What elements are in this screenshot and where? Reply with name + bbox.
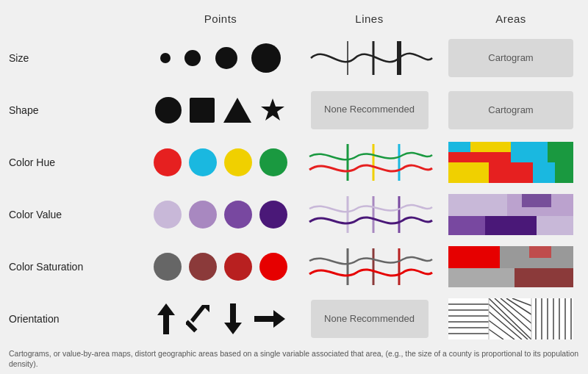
areas-header: Areas xyxy=(441,12,581,25)
lines-colorsaturation xyxy=(298,246,441,287)
circle-sat-2 xyxy=(189,253,217,281)
data-rows: Size Cartogram xyxy=(7,32,581,345)
areas-colorsaturation xyxy=(441,246,581,287)
main-container: Points Lines Areas Size xyxy=(0,0,588,374)
arrow-down-icon xyxy=(221,302,245,336)
row-orientation: Orientation xyxy=(7,294,581,345)
label-colorhue: Color Hue xyxy=(7,157,143,168)
lines-colorvalue xyxy=(298,194,441,235)
circle-size-3 xyxy=(215,47,237,69)
points-shape xyxy=(143,97,298,123)
svg-rect-37 xyxy=(186,320,197,333)
svg-rect-12 xyxy=(533,162,555,183)
svg-rect-32 xyxy=(448,268,514,287)
areas-orientation xyxy=(441,298,581,339)
points-colorvalue xyxy=(143,201,298,229)
points-colorhue xyxy=(143,148,298,176)
row-colorsaturation: Color Saturation xyxy=(7,241,581,292)
svg-rect-24 xyxy=(537,216,573,235)
lines-size xyxy=(298,37,441,79)
svg-rect-10 xyxy=(448,162,489,183)
circle-size-2 xyxy=(184,50,201,66)
areas-colorsaturation-svg xyxy=(448,246,573,287)
svg-rect-14 xyxy=(448,142,470,152)
svg-marker-38 xyxy=(224,303,242,334)
areas-colorhue xyxy=(441,142,581,183)
arrow-right-icon xyxy=(253,307,287,331)
svg-rect-25 xyxy=(522,194,551,207)
svg-rect-30 xyxy=(448,246,500,268)
circle-sat-3 xyxy=(224,253,252,281)
circle-val-4 xyxy=(259,201,287,229)
row-colorvalue: Color Value xyxy=(7,189,581,240)
svg-rect-11 xyxy=(489,162,533,183)
svg-rect-20 xyxy=(448,194,507,216)
svg-rect-22 xyxy=(448,216,485,235)
shape-triangle xyxy=(223,98,251,123)
shape-star xyxy=(259,97,286,123)
svg-marker-36 xyxy=(190,305,209,323)
lines-size-svg xyxy=(304,37,436,79)
svg-rect-58 xyxy=(531,298,573,339)
svg-marker-3 xyxy=(261,98,284,121)
lines-header: Lines xyxy=(298,12,441,25)
lines-colorvalue-svg xyxy=(304,194,436,235)
areas-colorvalue xyxy=(441,194,581,235)
svg-marker-39 xyxy=(254,310,285,328)
circle-val-2 xyxy=(189,201,217,229)
footer-note: Cartograms, or value-by-area maps, disto… xyxy=(9,345,581,370)
circle-hue-cyan xyxy=(189,148,217,176)
svg-rect-34 xyxy=(529,246,551,258)
row-shape: Shape None Recommended Cartogram xyxy=(7,84,581,135)
lines-colorhue xyxy=(298,142,441,183)
lines-shape: None Recommended xyxy=(298,91,441,129)
row-colorhue: Color Hue xyxy=(7,137,581,187)
label-orientation: Orientation xyxy=(7,313,143,325)
circle-sat-4 xyxy=(259,253,287,281)
points-colorsaturation xyxy=(143,253,298,281)
label-colorvalue: Color Value xyxy=(7,209,143,220)
shape-circle xyxy=(155,97,182,123)
areas-colorhue-svg xyxy=(448,142,573,183)
points-header: Points xyxy=(143,12,298,25)
none-recommended-shape: None Recommended xyxy=(311,91,429,129)
svg-rect-8 xyxy=(511,142,548,162)
label-size: Size xyxy=(7,52,143,64)
svg-rect-23 xyxy=(485,216,537,235)
circle-sat-1 xyxy=(154,253,182,281)
circle-hue-red xyxy=(154,148,182,176)
circle-val-3 xyxy=(224,201,252,229)
svg-rect-13 xyxy=(555,162,573,183)
label-shape: Shape xyxy=(7,104,143,116)
arrow-up-icon xyxy=(154,302,178,336)
shape-square xyxy=(190,98,215,123)
svg-rect-9 xyxy=(548,142,573,162)
none-recommended-orientation: None Recommended xyxy=(311,300,429,338)
row-size: Size Cartogram xyxy=(7,32,581,83)
areas-shape: Cartogram xyxy=(441,91,581,129)
header-row: Points Lines Areas xyxy=(7,7,581,29)
points-size xyxy=(143,43,298,73)
points-orientation xyxy=(143,302,298,336)
areas-size: Cartogram xyxy=(441,39,581,77)
lines-orientation: None Recommended xyxy=(298,300,441,338)
lines-colorhue-svg xyxy=(304,142,436,183)
areas-orientation-svg xyxy=(448,298,573,339)
arrow-diag-icon xyxy=(186,302,212,336)
lines-colorsaturation-svg xyxy=(304,246,436,287)
circle-hue-green xyxy=(259,148,287,176)
svg-marker-35 xyxy=(157,303,175,334)
circle-val-1 xyxy=(154,201,182,229)
svg-rect-15 xyxy=(470,142,511,152)
circle-hue-yellow xyxy=(224,148,252,176)
label-colorsaturation: Color Saturation xyxy=(7,261,143,273)
cartogram-shape: Cartogram xyxy=(448,91,573,129)
circle-size-1 xyxy=(160,53,171,63)
areas-colorvalue-svg xyxy=(448,194,573,235)
circle-size-4 xyxy=(251,43,281,73)
svg-rect-33 xyxy=(514,268,573,287)
cartogram-size: Cartogram xyxy=(448,39,573,77)
